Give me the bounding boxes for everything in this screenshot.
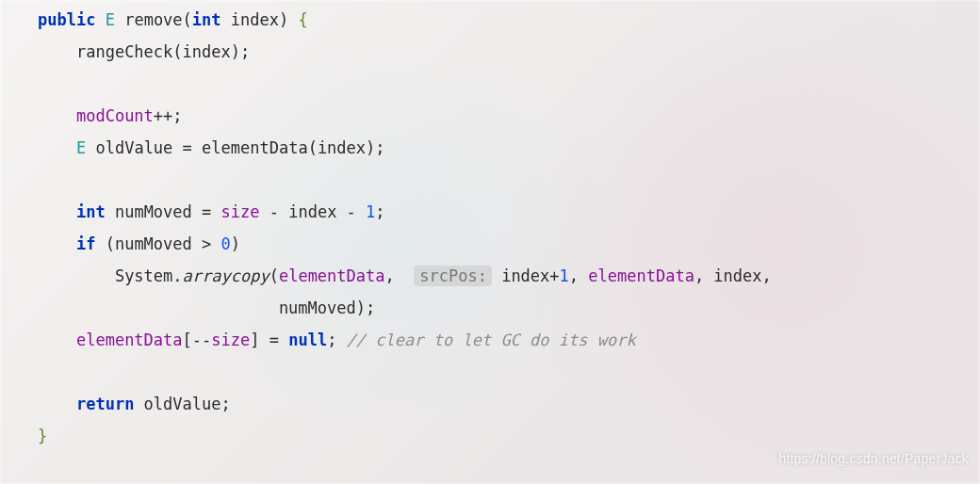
return-value: oldValue;: [134, 395, 230, 413]
literal-zero: 0: [221, 234, 231, 253]
call-elementdata: elementData(index);: [202, 138, 384, 157]
var-nummoved: numMoved: [115, 202, 192, 221]
expr-indexplus: index+: [492, 266, 560, 285]
keyword-if: if: [76, 234, 95, 253]
type-e: E: [76, 138, 86, 157]
field-modcount: modCount: [76, 106, 154, 125]
semicolon: ;: [327, 331, 336, 349]
class-system: System.: [115, 266, 183, 285]
field-size: size: [221, 202, 260, 221]
op-plusplus: ++;: [154, 106, 183, 125]
keyword-public: public: [38, 10, 95, 29]
code-line: }: [38, 427, 47, 445]
literal-one: 1: [560, 266, 569, 285]
code-line: public E remove(int index) {: [38, 10, 308, 29]
cond-open: (numMoved >: [95, 234, 220, 253]
comma-index: , index,: [694, 266, 772, 285]
close-brace: }: [38, 427, 47, 445]
semicolon: ;: [375, 202, 384, 221]
keyword-return: return: [76, 395, 134, 413]
code-block: public E remove(int index) { rangeCheck(…: [0, 0, 980, 452]
code-line: if (numMoved > 0): [38, 234, 240, 253]
bracket-open: [--: [183, 331, 212, 349]
op-equals: =: [172, 138, 202, 157]
open-paren: (: [270, 266, 279, 285]
code-line: modCount++;: [38, 106, 183, 125]
comment-gc: // clear to let GC do its work: [347, 331, 636, 349]
param-hint-srcpos: srcPos:: [414, 266, 492, 286]
method-name-remove: remove: [124, 10, 182, 29]
generic-type-e: E: [106, 10, 115, 29]
method-arraycopy: arraycopy: [183, 266, 270, 285]
keyword-null: null: [288, 331, 327, 349]
open-brace: {: [298, 10, 307, 29]
comma: ,: [569, 266, 588, 285]
code-line: elementData[--size] = null; // clear to …: [38, 331, 636, 349]
cond-close: ): [231, 234, 240, 253]
field-elementdata: elementData: [279, 266, 385, 285]
code-line: E oldValue = elementData(index);: [38, 138, 385, 157]
watermark-text: https://blog.csdn.net/PaperJack: [778, 443, 969, 475]
field-elementdata: elementData: [588, 266, 694, 285]
code-line: numMoved);: [38, 298, 375, 317]
keyword-int: int: [76, 202, 106, 221]
call-rangecheck: rangeCheck(index);: [76, 42, 250, 61]
param-index: index: [231, 10, 279, 29]
var-oldvalue: oldValue: [95, 138, 172, 157]
expr-minus-index: - index -: [259, 202, 366, 221]
field-size: size: [211, 331, 250, 349]
comma: ,: [385, 266, 404, 285]
code-line: int numMoved = size - index - 1;: [38, 202, 385, 221]
code-line: System.arraycopy(elementData, srcPos: in…: [38, 266, 772, 286]
op-equals: =: [192, 202, 221, 221]
field-elementdata: elementData: [76, 331, 183, 349]
code-line: return oldValue;: [38, 395, 231, 413]
keyword-int: int: [192, 10, 221, 29]
literal-one: 1: [366, 202, 375, 221]
bracket-close: ] =: [250, 331, 288, 349]
arg-nummoved: numMoved);: [279, 298, 375, 317]
code-line: rangeCheck(index);: [38, 42, 250, 61]
